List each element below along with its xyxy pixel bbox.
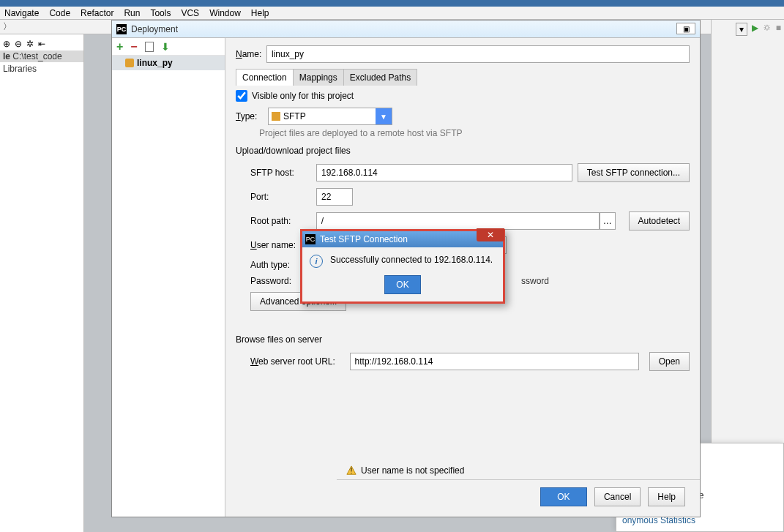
debug-icon[interactable]: ⛭ [763, 23, 772, 36]
server-list-item[interactable]: linux_py [112, 56, 225, 70]
menu-vcs[interactable]: VCS [181, 8, 199, 18]
modal-message: Successfully connected to 192.168.0.114. [330, 255, 493, 265]
browse-section-label: Browse files on server [236, 334, 690, 345]
collapse-icon[interactable]: ⊕ [3, 39, 10, 49]
project-tool-window: ⊕ ⊖ ✲ ⇤ le C:\test_code Libraries [0, 34, 84, 532]
help-button[interactable]: Help [648, 487, 685, 506]
dialog-titlebar: PC Deployment ▣ [112, 20, 700, 38]
info-icon: i [310, 255, 323, 268]
stop-icon[interactable]: ■ [776, 23, 781, 36]
save-password-fragment: ssword [521, 276, 549, 286]
dialog-title: Deployment [131, 24, 178, 34]
modal-title-text: Test SFTP Connection [320, 234, 408, 244]
dialog-separator [337, 479, 700, 480]
breadcrumb-chevron-icon[interactable]: 〉 [3, 20, 12, 33]
tab-excluded-paths[interactable]: Excluded Paths [343, 69, 417, 86]
type-combo[interactable]: SFTP ▼ [268, 108, 392, 125]
use-as-default-icon[interactable]: ⬇ [161, 41, 170, 53]
external-libraries[interactable]: Libraries [0, 62, 83, 75]
ide-titlebar [0, 0, 784, 7]
project-root[interactable]: le C:\test_code [0, 50, 83, 62]
validation-warning: ! User name is not specified [346, 465, 464, 476]
server-list-toolbar: + − ⬇ [112, 38, 225, 56]
add-server-icon[interactable]: + [116, 40, 123, 53]
menu-refactor[interactable]: Refactor [81, 8, 113, 18]
server-name: linux_py [137, 58, 173, 68]
sftp-icon [272, 112, 280, 121]
sftp-host-input[interactable] [316, 164, 572, 181]
port-input[interactable] [316, 188, 353, 206]
menu-help[interactable]: Help [251, 8, 269, 18]
server-list-panel: + − ⬇ linux_py [112, 38, 225, 517]
warning-icon: ! [346, 465, 356, 476]
menu-navigate[interactable]: Navigate [4, 8, 39, 18]
root-path-input[interactable] [316, 212, 600, 230]
ok-button[interactable]: OK [540, 487, 587, 506]
modal-titlebar: PC Test SFTP Connection ✕ [302, 231, 503, 247]
chevron-down-icon[interactable]: ▼ [376, 108, 392, 124]
tab-connection[interactable]: Connection [236, 69, 294, 86]
menu-window[interactable]: Window [209, 8, 241, 18]
test-connection-dialog: PC Test SFTP Connection ✕ i Successfully… [300, 229, 505, 304]
web-url-input[interactable] [350, 353, 640, 370]
maximize-icon[interactable]: ▣ [676, 23, 695, 34]
pycharm-icon: PC [116, 24, 127, 34]
visible-only-checkbox[interactable] [236, 90, 247, 102]
dialog-buttons: OK Cancel Help [540, 487, 685, 506]
main-menu: Navigate Code Refactor Run Tools VCS Win… [0, 7, 784, 20]
port-label: Port: [250, 192, 316, 202]
name-input[interactable] [266, 45, 690, 63]
autodetect-button[interactable]: Autodetect [629, 211, 690, 231]
name-label: Name: [236, 49, 266, 59]
gear-icon[interactable]: ✲ [26, 39, 34, 49]
config-tabs: Connection Mappings Excluded Paths [236, 69, 690, 86]
warning-text: User name is not specified [361, 465, 464, 476]
run-icon[interactable]: ▶ [752, 23, 758, 36]
type-value: SFTP [283, 111, 306, 121]
menu-run[interactable]: Run [124, 8, 140, 18]
svg-text:!: ! [351, 466, 353, 475]
hide-icon[interactable]: ⇤ [38, 39, 45, 49]
target-icon[interactable]: ⊖ [15, 39, 22, 49]
browse-root-button[interactable]: … [600, 212, 616, 230]
menu-tools[interactable]: Tools [150, 8, 171, 18]
tab-mappings[interactable]: Mappings [293, 69, 344, 86]
pycharm-icon: PC [305, 234, 316, 244]
open-url-button[interactable]: Open [649, 352, 690, 371]
sftp-host-label: SFTP host: [250, 168, 316, 178]
remove-server-icon[interactable]: − [130, 40, 137, 53]
root-path-label: Root path: [250, 216, 316, 226]
type-label: Type: [236, 111, 264, 121]
run-config-dropdown-icon[interactable]: ▾ [736, 23, 747, 36]
web-server-icon [125, 59, 134, 67]
cancel-button[interactable]: Cancel [594, 487, 641, 506]
type-hint: Project files are deployed to a remote h… [259, 128, 690, 138]
copy-server-icon[interactable] [145, 42, 154, 52]
test-connection-button[interactable]: Test SFTP connection... [578, 163, 690, 182]
upload-section-label: Upload/download project files [236, 146, 690, 156]
close-icon[interactable]: ✕ [477, 228, 504, 241]
web-url-label: Web server root URL: [250, 356, 350, 367]
modal-ok-button[interactable]: OK [384, 275, 421, 294]
menu-code[interactable]: Code [49, 8, 70, 18]
visible-only-label: Visible only for this project [252, 91, 354, 101]
